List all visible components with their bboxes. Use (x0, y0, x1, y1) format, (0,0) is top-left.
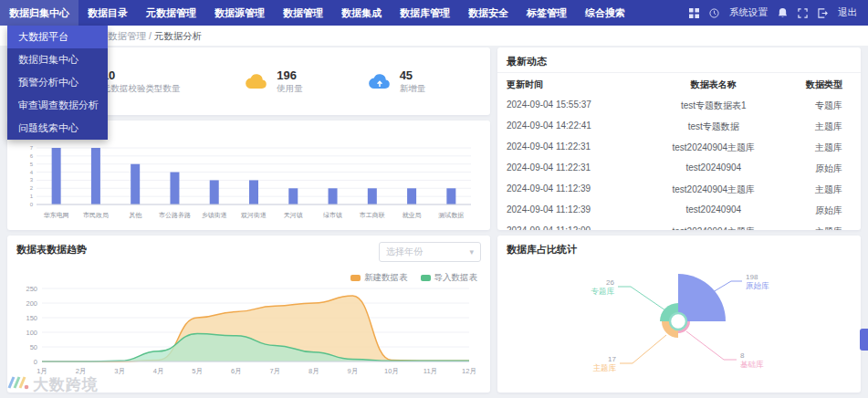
svg-text:市公路养路: 市公路养路 (159, 211, 191, 219)
year-select[interactable]: 选择年份 ▾ (379, 242, 481, 262)
svg-text:6月: 6月 (231, 367, 242, 375)
svg-text:12月: 12月 (462, 367, 476, 375)
svg-text:就业局: 就业局 (403, 212, 422, 219)
menu-item-investigation-data-analysis[interactable]: 审查调查数据分析 (7, 94, 108, 117)
table-row[interactable]: 2024-09-04 11:22:31 test20240904 原始库 (497, 158, 861, 179)
column-header-data-type: 数据类型 (776, 79, 852, 91)
svg-text:其他: 其他 (129, 212, 142, 219)
breadcrumb-section[interactable]: 数据管理 (108, 30, 146, 41)
table-row[interactable]: 2024-09-04 11:12:00 test20240904主题库 主题库 (497, 221, 861, 230)
column-header-update-time: 更新时间 (507, 79, 652, 91)
stat-label: 元数据校验类型数量 (102, 82, 181, 94)
svg-text:100: 100 (26, 329, 37, 337)
svg-text:4: 4 (30, 170, 34, 175)
top-navbar: 数据归集中心 数据目录 元数据管理 数据源管理 数据管理 数据集成 数据库管理 … (0, 0, 868, 26)
apps-grid-icon[interactable] (689, 8, 699, 18)
clock-icon[interactable] (709, 8, 719, 18)
menu-item-warning-analysis-center[interactable]: 预警分析中心 (7, 71, 108, 94)
breadcrumb-current: 元数据分析 (154, 30, 203, 41)
cell-data-type: 主题库 (776, 141, 852, 154)
table-row[interactable]: 2024-09-04 11:12:39 test20240904 原始库 (497, 200, 861, 221)
cell-data-type: 专题库 (776, 100, 852, 112)
data-table-trend-panel: 数据表数据趋势 选择年份 ▾ 新建数据表 导入数据表 0501001502002… (7, 236, 490, 393)
legend-item-new-tables[interactable]: 新建数据表 (350, 272, 408, 284)
svg-text:1: 1 (30, 194, 34, 199)
legend-label: 导入数据表 (434, 272, 478, 284)
svg-text:0: 0 (34, 358, 37, 366)
menu-item-issue-clue-center[interactable]: 问题线索中心 (7, 117, 108, 140)
nav-item-database-management[interactable]: 数据库管理 (391, 0, 459, 26)
svg-text:5月: 5月 (192, 367, 203, 375)
logout-icon[interactable] (818, 8, 828, 18)
database-ratio-panel: 数据库占比统计 198原始库8基础库17主题库26专题库 (497, 236, 861, 393)
table-row[interactable]: 2024-09-04 14:22:41 test专题数据 主题库 (497, 116, 861, 137)
fullscreen-icon[interactable] (798, 8, 808, 18)
cell-table-name: test20240904主题库 (652, 141, 776, 154)
svg-text:0: 0 (30, 202, 34, 207)
data-source-bar-chart: 01234567华东电网市民政局其他市公路养路乡镇街道双河街道天河镇绿市镇市工商… (15, 144, 478, 226)
svg-text:8月: 8月 (309, 367, 319, 375)
bell-icon[interactable] (778, 7, 788, 18)
svg-text:200: 200 (26, 299, 37, 308)
breadcrumb-separator: / (149, 30, 152, 41)
svg-text:2月: 2月 (76, 367, 87, 375)
svg-text:50: 50 (30, 343, 37, 351)
main-menu: 数据归集中心 数据目录 元数据管理 数据源管理 数据管理 数据集成 数据库管理 … (0, 0, 634, 26)
nav-item-tag-management[interactable]: 标签管理 (518, 0, 576, 26)
svg-text:1月: 1月 (37, 367, 47, 375)
cell-table-name: test20240904主题库 (652, 225, 776, 231)
nav-item-data-security[interactable]: 数据安全 (459, 0, 518, 26)
cell-data-type: 主题库 (776, 225, 852, 231)
svg-text:华东电网: 华东电网 (44, 212, 69, 219)
latest-updates-panel: 最新动态 更新时间 数据表名称 数据类型 2024-09-04 15:55:37… (497, 47, 861, 230)
cloud-upload-icon (368, 72, 392, 90)
svg-text:乡镇街道: 乡镇街道 (202, 212, 227, 219)
nav-item-data-collection-center[interactable]: 数据归集中心 (0, 0, 78, 26)
svg-text:市民政局: 市民政局 (83, 211, 109, 219)
table-row[interactable]: 2024-09-04 11:12:39 test20240904主题库 主题库 (497, 179, 861, 200)
menu-item-bigdata-platform[interactable]: 大数据平台 (7, 26, 108, 48)
cell-table-name: test专题数据 (652, 120, 776, 133)
cloud-icon (245, 72, 268, 90)
menu-item-data-collection-center[interactable]: 数据归集中心 (7, 48, 108, 71)
cell-data-type: 原始库 (776, 162, 852, 175)
panel-title-latest-updates: 最新动态 (497, 47, 861, 72)
svg-text:17: 17 (608, 355, 616, 363)
data-table-trend-chart: 0501001502002501月2月3月4月5月6月7月8月9月10月11月1… (15, 283, 478, 387)
nav-item-datasource-management[interactable]: 数据源管理 (205, 0, 274, 26)
cell-data-type: 主题库 (776, 120, 852, 133)
chevron-down-icon: ▾ (469, 247, 474, 257)
cell-update-time: 2024-09-04 11:12:39 (507, 204, 652, 217)
stat-label: 使用量 (277, 82, 303, 94)
legend-item-imported-tables[interactable]: 导入数据表 (421, 272, 478, 284)
logout-link[interactable]: 退出 (838, 6, 857, 19)
svg-text:基础库: 基础库 (740, 360, 764, 369)
svg-text:26: 26 (606, 278, 614, 287)
svg-text:8: 8 (740, 351, 745, 360)
cell-update-time: 2024-09-04 15:55:37 (507, 100, 652, 112)
svg-text:250: 250 (26, 285, 37, 293)
nav-item-data-management[interactable]: 数据管理 (274, 0, 332, 26)
panel-title-database-ratio: 数据库占比统计 (497, 236, 861, 260)
nav-item-data-integration[interactable]: 数据集成 (332, 0, 391, 26)
nav-item-global-search[interactable]: 综合搜索 (576, 0, 634, 26)
svg-text:2: 2 (30, 185, 34, 191)
table-row[interactable]: 2024-09-04 15:55:37 test专题数据表1 专题库 (497, 95, 861, 116)
cell-data-type: 主题库 (776, 183, 852, 196)
svg-text:10月: 10月 (384, 367, 399, 375)
stat-usage: 196 使用量 (245, 68, 303, 94)
svg-text:7月: 7月 (269, 367, 280, 375)
trend-chart-legend: 新建数据表 导入数据表 (350, 272, 477, 284)
side-floating-tab[interactable] (860, 329, 868, 351)
table-row[interactable]: 2024-09-04 11:22:31 test20240904主题库 主题库 (497, 137, 861, 158)
svg-text:市工商联: 市工商联 (360, 211, 385, 218)
breadcrumb: 数据管理 / 元数据分析 (0, 26, 868, 46)
nav-item-metadata-management[interactable]: 元数据管理 (137, 0, 205, 26)
cell-table-name: test专题数据表1 (652, 100, 776, 112)
year-select-placeholder: 选择年份 (386, 246, 423, 258)
nav-item-data-catalog[interactable]: 数据目录 (78, 0, 137, 26)
system-settings-link[interactable]: 系统设置 (729, 6, 768, 19)
svg-text:198: 198 (746, 273, 758, 281)
svg-text:绿市镇: 绿市镇 (323, 211, 342, 219)
data-collection-dropdown-menu: 大数据平台 数据归集中心 预警分析中心 审查调查数据分析 问题线索中心 (7, 26, 108, 140)
